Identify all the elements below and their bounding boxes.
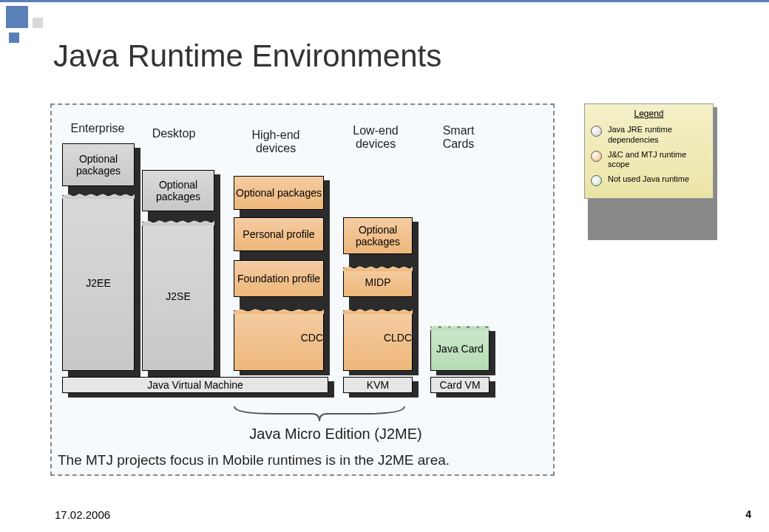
slide-title: Java Runtime Environments bbox=[53, 38, 441, 74]
col-desktop-header: Desktop bbox=[140, 127, 207, 140]
legend-title: Legend bbox=[591, 109, 707, 119]
corner-decoration bbox=[0, 0, 44, 44]
enterprise-j2ee: J2EE bbox=[62, 195, 135, 371]
lowend-cldc: CLDC bbox=[343, 310, 413, 371]
date-label: 17.02.2006 bbox=[55, 508, 110, 521]
legend-text-mtj: J&C and MTJ runtime scope bbox=[608, 150, 707, 171]
desktop-j2se: J2SE bbox=[142, 222, 214, 371]
javacard-block: Java Card bbox=[430, 327, 489, 371]
enterprise-opt-pkg: Optional packages bbox=[62, 143, 135, 186]
lowend-opt-pkg: Optional packages bbox=[343, 217, 413, 254]
desktop-opt-pkg: Optional packages bbox=[142, 170, 214, 211]
top-accent-line bbox=[0, 0, 769, 2]
legend-circle-gray-icon bbox=[591, 126, 602, 137]
legend-circle-orange-icon bbox=[591, 151, 602, 162]
highend-opt-pkg: Optional packages bbox=[234, 176, 324, 210]
j2me-label: Java Micro Edition (J2ME) bbox=[232, 426, 439, 443]
legend-row-notused: Not used Java runtime bbox=[591, 174, 707, 186]
legend-box: Legend Java JRE runtime dependencies J&C… bbox=[584, 103, 714, 199]
highend-cdc: CDC bbox=[234, 310, 324, 371]
col-highend-header: High-end devices bbox=[235, 129, 316, 155]
lowend-midp: MIDP bbox=[343, 267, 413, 297]
kvm-block: KVM bbox=[343, 377, 413, 393]
legend-row-mtj: J&C and MTJ runtime scope bbox=[591, 150, 707, 171]
highend-foundation-profile: Foundation profile bbox=[234, 260, 324, 297]
col-smartcards-header: Smart Cards bbox=[429, 124, 488, 151]
col-lowend-header: Low-end devices bbox=[339, 124, 413, 151]
j2me-brace bbox=[231, 405, 408, 423]
legend-circle-green-icon bbox=[591, 175, 602, 186]
legend-row-jre: Java JRE runtime dependencies bbox=[591, 125, 707, 146]
cardvm-block: Card VM bbox=[430, 377, 489, 393]
legend-text-notused: Not used Java runtime bbox=[608, 174, 689, 185]
jvm-block: Java Virtual Machine bbox=[62, 377, 328, 393]
bottom-text: The MTJ projects focus in Mobile runtime… bbox=[58, 452, 450, 468]
legend-text-jre: Java JRE runtime dependencies bbox=[608, 125, 707, 146]
highend-personal-profile: Personal profile bbox=[234, 217, 324, 251]
page-number: 4 bbox=[745, 508, 751, 520]
col-enterprise-header: Enterprise bbox=[61, 122, 135, 135]
